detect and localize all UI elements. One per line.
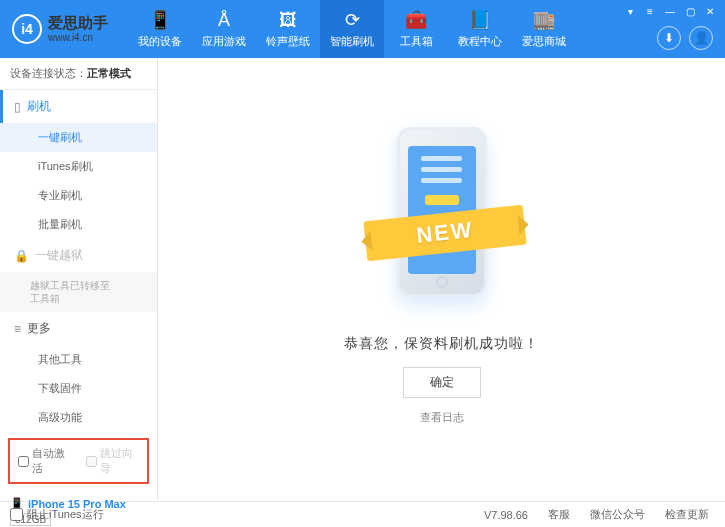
version-label: V7.98.66 — [478, 509, 534, 521]
sidebar-jailbreak-note: 越狱工具已转移至 工具箱 — [0, 272, 157, 312]
nav-tutorials[interactable]: 📘教程中心 — [448, 0, 512, 58]
app-name: 爱思助手 — [48, 15, 108, 32]
app-header: i4 爱思助手 www.i4.cn 📱我的设备 Å应用游戏 🖼铃声壁纸 ⟳智能刷… — [0, 0, 725, 58]
phone-icon: ▯ — [14, 100, 21, 114]
maximize-icon[interactable]: ▢ — [681, 4, 699, 18]
nav-toolbox[interactable]: 🧰工具箱 — [384, 0, 448, 58]
sidebar-item-download-firmware[interactable]: 下载固件 — [0, 374, 157, 403]
lock-icon: 🔒 — [14, 249, 29, 263]
sidebar-item-other-tools[interactable]: 其他工具 — [0, 345, 157, 374]
nav-my-device[interactable]: 📱我的设备 — [128, 0, 192, 58]
settings-icon[interactable]: ▾ — [621, 4, 639, 18]
flash-icon: ⟳ — [345, 9, 360, 31]
sidebar-item-itunes-flash[interactable]: iTunes刷机 — [0, 152, 157, 181]
download-icon[interactable]: ⬇ — [657, 26, 681, 50]
checkbox-block-itunes-input[interactable] — [10, 508, 23, 521]
sidebar-section-flash[interactable]: ▯ 刷机 — [0, 90, 157, 123]
app-url: www.i4.cn — [48, 32, 108, 43]
ok-button[interactable]: 确定 — [403, 367, 481, 398]
success-message: 恭喜您，保资料刷机成功啦！ — [344, 335, 539, 353]
user-icon[interactable]: 👤 — [689, 26, 713, 50]
device-status: 设备连接状态：正常模式 — [0, 58, 157, 90]
logo-icon: i4 — [12, 14, 42, 44]
options-highlight-box: 自动激活 跳过向导 — [8, 438, 149, 484]
footer-link-support[interactable]: 客服 — [542, 507, 576, 522]
new-ribbon: NEW — [363, 204, 526, 261]
checkbox-auto-activate-input[interactable] — [18, 456, 29, 467]
view-log-link[interactable]: 查看日志 — [420, 410, 464, 425]
menu-icon[interactable]: ≡ — [641, 4, 659, 18]
phone-illustration: NEW — [377, 117, 507, 317]
toolbox-icon: 🧰 — [405, 9, 427, 31]
book-icon: 📘 — [469, 9, 491, 31]
footer-link-update[interactable]: 检查更新 — [659, 507, 715, 522]
checkbox-skip-guide-input — [86, 456, 97, 467]
checkbox-block-itunes[interactable]: 阻止iTunes运行 — [10, 507, 104, 522]
main-nav: 📱我的设备 Å应用游戏 🖼铃声壁纸 ⟳智能刷机 🧰工具箱 📘教程中心 🏬爱思商城 — [128, 0, 576, 58]
sidebar-item-pro-flash[interactable]: 专业刷机 — [0, 181, 157, 210]
status-value: 正常模式 — [87, 67, 131, 79]
apps-icon: Å — [218, 10, 230, 31]
sidebar-section-jailbreak: 🔒 一键越狱 — [0, 239, 157, 272]
checkbox-skip-guide[interactable]: 跳过向导 — [86, 446, 140, 476]
nav-ringtones-wallpapers[interactable]: 🖼铃声壁纸 — [256, 0, 320, 58]
list-icon: ≡ — [14, 322, 21, 336]
checkbox-auto-activate[interactable]: 自动激活 — [18, 446, 72, 476]
footer-link-wechat[interactable]: 微信公众号 — [584, 507, 651, 522]
logo: i4 爱思助手 www.i4.cn — [12, 14, 108, 44]
sidebar: 设备连接状态：正常模式 ▯ 刷机 一键刷机 iTunes刷机 专业刷机 批量刷机… — [0, 58, 158, 501]
media-icon: 🖼 — [279, 10, 297, 31]
sidebar-section-more[interactable]: ≡ 更多 — [0, 312, 157, 345]
device-icon: 📱 — [149, 9, 171, 31]
minimize-icon[interactable]: — — [661, 4, 679, 18]
store-icon: 🏬 — [533, 9, 555, 31]
status-label: 设备连接状态： — [10, 67, 87, 79]
window-controls: ▾ ≡ — ▢ ✕ — [621, 4, 719, 18]
nav-smart-flash[interactable]: ⟳智能刷机 — [320, 0, 384, 58]
nav-apps-games[interactable]: Å应用游戏 — [192, 0, 256, 58]
close-icon[interactable]: ✕ — [701, 4, 719, 18]
sidebar-item-advanced[interactable]: 高级功能 — [0, 403, 157, 432]
main-content: NEW 恭喜您，保资料刷机成功啦！ 确定 查看日志 — [158, 58, 725, 501]
home-button-icon — [436, 276, 448, 288]
sidebar-item-batch-flash[interactable]: 批量刷机 — [0, 210, 157, 239]
nav-store[interactable]: 🏬爱思商城 — [512, 0, 576, 58]
sidebar-item-oneclick-flash[interactable]: 一键刷机 — [0, 123, 157, 152]
header-right: ⬇ 👤 — [657, 26, 713, 50]
logo-text: 爱思助手 www.i4.cn — [48, 15, 108, 43]
